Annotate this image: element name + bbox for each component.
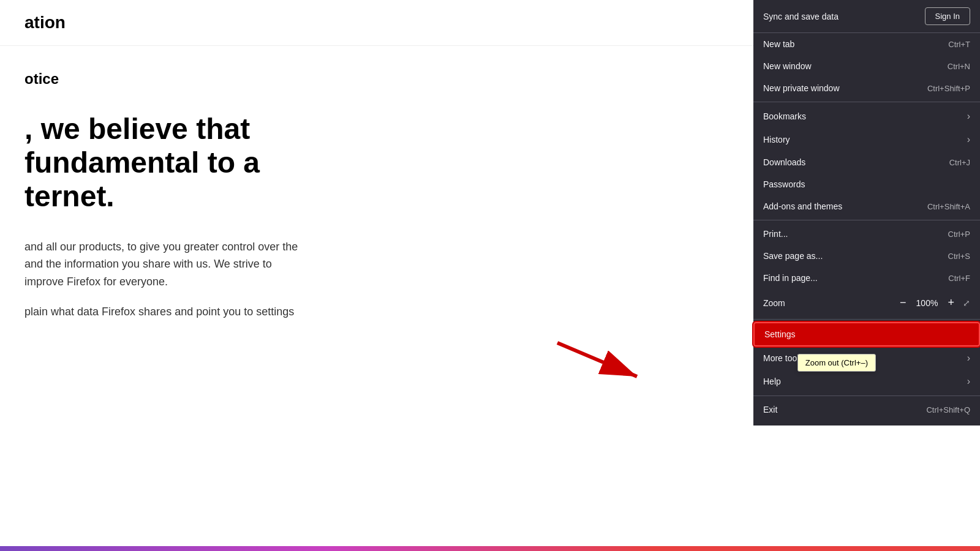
more-tools-chevron-icon: › <box>967 353 970 364</box>
history-label: History <box>763 135 790 144</box>
page-title-partial: ation <box>24 13 66 32</box>
downloads-label: Downloads <box>763 157 805 167</box>
zoom-out-button[interactable]: − <box>896 295 910 310</box>
new-window-shortcut: Ctrl+N <box>948 62 970 71</box>
bottom-bar <box>0 546 980 551</box>
new-tab-shortcut: Ctrl+T <box>948 40 970 49</box>
print-label: Print... <box>763 229 788 239</box>
sync-label: Sync and save data <box>763 12 839 21</box>
hero-text: , we believe thatfundamental to aternet. <box>24 112 453 214</box>
save-page-shortcut: Ctrl+S <box>948 252 970 261</box>
downloads-shortcut: Ctrl+J <box>949 158 970 167</box>
new-private-shortcut: Ctrl+Shift+P <box>927 84 970 93</box>
divider-3 <box>753 319 980 320</box>
divider-4 <box>753 395 980 396</box>
menu-item-new-private[interactable]: New private window Ctrl+Shift+P <box>753 77 980 99</box>
menu-item-save-page[interactable]: Save page as... Ctrl+S <box>753 245 980 267</box>
print-shortcut: Ctrl+P <box>948 230 970 239</box>
history-chevron-icon: › <box>967 134 970 145</box>
help-chevron-icon: › <box>967 376 970 387</box>
signin-button[interactable]: Sign In <box>925 7 970 25</box>
save-page-label: Save page as... <box>763 251 823 261</box>
menu-item-print[interactable]: Print... Ctrl+P <box>753 223 980 245</box>
zoom-label: Zoom <box>763 298 785 308</box>
find-label: Find in page... <box>763 273 818 283</box>
menu-item-new-tab[interactable]: New tab Ctrl+T <box>753 33 980 55</box>
zoom-fullscreen-button[interactable]: ⤢ <box>963 298 970 308</box>
exit-shortcut: Ctrl+Shift+Q <box>926 405 970 414</box>
menu-item-addons[interactable]: Add-ons and themes Ctrl+Shift+A <box>753 195 980 217</box>
menu-item-exit[interactable]: Exit Ctrl+Shift+Q <box>753 399 980 421</box>
menu-item-help[interactable]: Help › <box>753 370 980 393</box>
menu-item-downloads[interactable]: Downloads Ctrl+J <box>753 151 980 173</box>
zoom-in-button[interactable]: + <box>944 295 958 310</box>
new-window-label: New window <box>763 61 812 71</box>
addons-shortcut: Ctrl+Shift+A <box>927 202 970 211</box>
divider-1 <box>753 102 980 102</box>
menu-item-zoom[interactable]: Zoom − 100% + ⤢ <box>753 289 980 317</box>
menu-item-find[interactable]: Find in page... Ctrl+F <box>753 267 980 289</box>
menu-item-passwords[interactable]: Passwords <box>753 173 980 195</box>
new-tab-label: New tab <box>763 39 794 49</box>
menu-item-bookmarks[interactable]: Bookmarks › <box>753 105 980 128</box>
exit-label: Exit <box>763 405 777 414</box>
menu-item-new-window[interactable]: New window Ctrl+N <box>753 55 980 77</box>
menu-item-settings[interactable]: Settings <box>753 322 980 347</box>
zoom-controls: − 100% + ⤢ <box>896 295 970 310</box>
sync-row: Sync and save data Sign In <box>753 0 980 33</box>
addons-label: Add-ons and themes <box>763 201 842 211</box>
body-text-1: and all our products, to give you greate… <box>24 238 453 291</box>
passwords-label: Passwords <box>763 179 805 189</box>
settings-label: Settings <box>764 329 796 339</box>
find-shortcut: Ctrl+F <box>948 274 970 283</box>
menu-item-history[interactable]: History › <box>753 128 980 151</box>
zoom-percentage: 100% <box>914 298 939 308</box>
help-label: Help <box>763 377 781 386</box>
new-private-label: New private window <box>763 83 840 93</box>
bookmarks-label: Bookmarks <box>763 111 806 121</box>
zoom-tooltip: Zoom out (Ctrl+–) <box>797 354 876 372</box>
divider-2 <box>753 220 980 220</box>
body-text-2: plain what data Firefox shares and point… <box>24 303 453 321</box>
bookmarks-chevron-icon: › <box>967 111 970 122</box>
